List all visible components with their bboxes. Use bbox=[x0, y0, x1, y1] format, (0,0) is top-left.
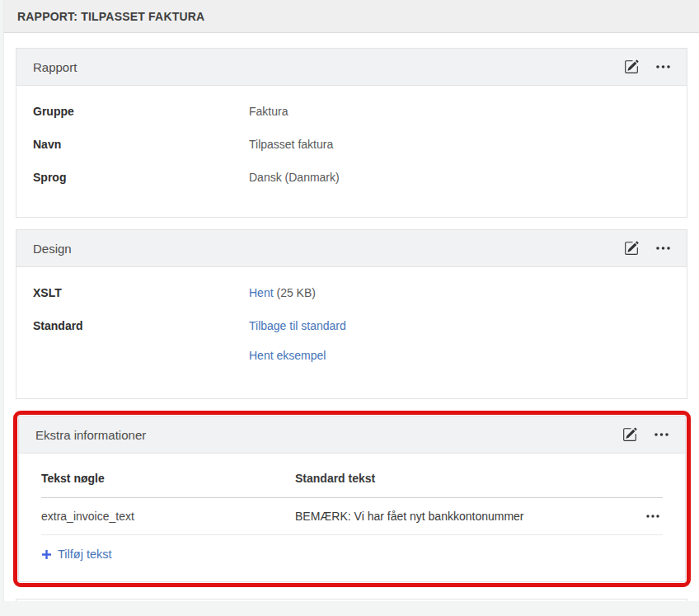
ellipsis-icon bbox=[656, 247, 670, 250]
more-button[interactable] bbox=[649, 422, 673, 447]
standard-text-cell: BEMÆRK: Vi har fået nyt bankkontonummer bbox=[295, 510, 643, 523]
card-ekstra-title: Ekstra informationer bbox=[35, 428, 146, 442]
card-rapport-title: Rapport bbox=[33, 60, 77, 74]
add-text-link[interactable]: Tilføj tekst bbox=[58, 548, 112, 561]
edit-button[interactable] bbox=[619, 54, 644, 79]
xslt-file-size: (25 KB) bbox=[276, 286, 315, 299]
card-ekstra-actions bbox=[617, 422, 673, 447]
highlight-outline: Ekstra informationer bbox=[13, 411, 691, 587]
field-xslt: XSLT Hent (25 KB) bbox=[33, 276, 670, 309]
hent-eksempel-link[interactable]: Hent eksempel bbox=[249, 349, 326, 362]
field-sprog: Sprog Dansk (Danmark) bbox=[33, 161, 670, 194]
table-header-row: Tekst nøgle Standard tekst bbox=[41, 458, 663, 498]
more-button[interactable] bbox=[650, 54, 675, 79]
app-window: RAPPORT: TILPASSET FAKTURA Rapport bbox=[3, 0, 699, 601]
field-value: Tilbage til standard Hent eksempel bbox=[249, 309, 346, 369]
card-design-title: Design bbox=[33, 242, 72, 256]
column-header-tekst-noegle: Tekst nøgle bbox=[41, 472, 295, 485]
plus-icon bbox=[41, 549, 52, 560]
field-value: Tilpasset faktura bbox=[249, 128, 333, 161]
column-header-standard-tekst: Standard tekst bbox=[295, 472, 663, 485]
card-rapport-actions bbox=[619, 54, 675, 79]
ellipsis-icon bbox=[654, 433, 669, 436]
card-rapport-body: Gruppe Faktura Navn Tilpasset faktura Sp… bbox=[16, 86, 687, 217]
ellipsis-icon bbox=[646, 515, 659, 518]
page-title: RAPPORT: TILPASSET FAKTURA bbox=[17, 10, 204, 23]
card-rapport-header: Rapport bbox=[16, 49, 687, 86]
row-more-button[interactable] bbox=[643, 506, 663, 526]
content-panel: Rapport Gruppe bbox=[4, 33, 699, 601]
field-label: XSLT bbox=[33, 276, 249, 309]
field-value: Faktura bbox=[249, 95, 288, 128]
edit-icon bbox=[624, 59, 639, 74]
field-navn: Navn Tilpasset faktura bbox=[33, 128, 670, 161]
card-ekstra-informationer: Ekstra informationer bbox=[18, 416, 686, 582]
hent-link[interactable]: Hent bbox=[249, 286, 274, 299]
field-label: Sprog bbox=[33, 161, 249, 194]
field-value: Hent (25 KB) bbox=[249, 276, 316, 309]
text-key-cell: extra_invoice_text bbox=[41, 510, 295, 523]
field-label: Navn bbox=[33, 128, 249, 161]
ellipsis-icon bbox=[656, 65, 670, 68]
add-text-row: Tilføj tekst bbox=[41, 535, 663, 573]
card-design-header: Design bbox=[16, 230, 687, 267]
extra-texts-table: Tekst nøgle Standard tekst extra_invoice… bbox=[41, 458, 663, 581]
edit-button[interactable] bbox=[619, 236, 644, 261]
card-ekstra-header: Ekstra informationer bbox=[19, 416, 685, 454]
card-design-body: XSLT Hent (25 KB) Standard Tilbage til s… bbox=[16, 267, 687, 398]
card-design-actions bbox=[619, 236, 675, 261]
field-label: Gruppe bbox=[33, 95, 249, 128]
card-rapport: Rapport Gruppe bbox=[16, 48, 687, 218]
table-row: extra_invoice_text BEMÆRK: Vi har fået n… bbox=[41, 498, 663, 535]
more-button[interactable] bbox=[650, 236, 675, 261]
tilbage-til-standard-link[interactable]: Tilbage til standard bbox=[249, 319, 346, 332]
field-gruppe: Gruppe Faktura bbox=[33, 95, 670, 128]
edit-button[interactable] bbox=[617, 422, 642, 447]
edit-icon bbox=[624, 241, 639, 256]
page-background-strip bbox=[0, 601, 699, 616]
field-value: Dansk (Danmark) bbox=[249, 161, 340, 194]
field-standard: Standard Tilbage til standard Hent eksem… bbox=[33, 309, 670, 369]
field-label: Standard bbox=[33, 309, 249, 342]
page-header: RAPPORT: TILPASSET FAKTURA bbox=[4, 0, 699, 33]
card-design: Design XSLT bbox=[16, 229, 687, 399]
edit-icon bbox=[622, 427, 637, 442]
